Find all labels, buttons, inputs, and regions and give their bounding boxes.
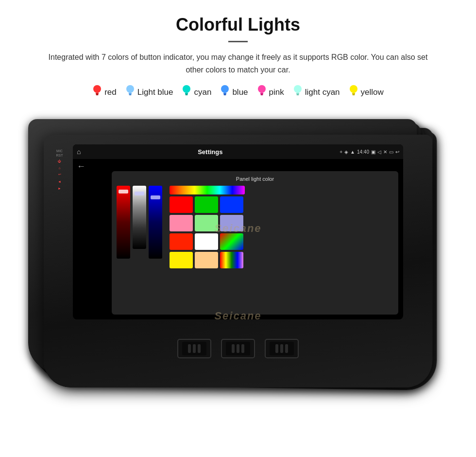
connector-slot-2 <box>221 339 255 358</box>
svg-rect-14 <box>260 94 263 95</box>
svg-point-3 <box>126 85 134 93</box>
red-gradient-bar[interactable] <box>117 186 130 259</box>
swatch-pink[interactable] <box>170 215 193 231</box>
back-btn[interactable]: ↩ <box>57 172 63 177</box>
side-buttons-panel: MIC RST ⏻ ⌂ ↩ ◄ ► <box>46 147 73 312</box>
white-gradient-bar[interactable] <box>133 186 146 249</box>
svg-point-15 <box>294 85 302 93</box>
swatch-purple[interactable] <box>220 215 243 231</box>
mic-label: MIC <box>48 149 71 153</box>
color-item-lightcyan: light cyan <box>293 85 340 100</box>
connector-pin-1a <box>188 344 191 353</box>
connector-slot-3 <box>265 339 299 358</box>
svg-point-12 <box>258 85 266 93</box>
swatch-green[interactable] <box>195 196 218 213</box>
color-item-blue: blue <box>220 85 248 100</box>
svg-rect-5 <box>129 94 131 95</box>
swatches-section <box>170 186 245 268</box>
vol-buttons: ◄ <box>48 178 71 184</box>
connector-inner-1 <box>182 342 206 355</box>
color-item-yellow: yellow <box>349 85 384 100</box>
power-buttons: ⏻ <box>48 158 71 164</box>
svg-point-18 <box>350 85 357 93</box>
signal-icon: ◈ <box>344 149 348 155</box>
color-picker-content <box>117 186 393 268</box>
svg-rect-7 <box>185 93 188 94</box>
color-label-lightcyan: light cyan <box>305 88 340 97</box>
connector-inner-2 <box>226 342 250 355</box>
bulb-icon-blue <box>220 85 230 100</box>
connector-pin-3b <box>280 344 283 353</box>
color-label-blue: blue <box>232 88 248 97</box>
connector-pin-1c <box>198 344 201 353</box>
android-status-bar: + ◈ ▲ 14:40 ▣ ◁ ✕ ▭ ↩ <box>340 149 399 155</box>
gradient-bars <box>117 186 162 259</box>
svg-point-6 <box>183 85 190 93</box>
connector-pin-2a <box>232 344 235 353</box>
seek-btn[interactable]: ► <box>57 185 63 191</box>
color-indicators-row: red Light blue cyan <box>92 85 384 100</box>
screen-area: ⌂ Settings + ◈ ▲ 14:40 ▣ ◁ ✕ ▭ ↩ <box>73 144 403 319</box>
android-title-text: Settings <box>198 148 222 156</box>
rst-label: RST <box>48 154 71 157</box>
radio-bottom-connectors <box>177 339 299 358</box>
svg-rect-11 <box>224 94 226 95</box>
radio-stack: MIC RST ⏻ ⌂ ↩ ◄ ► <box>29 115 447 397</box>
home-btn[interactable]: ⌂ <box>57 165 63 171</box>
color-label-yellow: yellow <box>361 88 384 97</box>
blue-gradient-bar[interactable] <box>149 186 162 259</box>
rainbow-gradient-bar[interactable] <box>170 186 245 194</box>
color-label-cyan: cyan <box>194 88 211 97</box>
svg-rect-13 <box>260 93 263 94</box>
swatch-orange[interactable] <box>195 252 218 268</box>
swatch-multi[interactable] <box>220 233 243 250</box>
svg-rect-4 <box>129 93 132 94</box>
bulb-icon-lightblue <box>125 85 135 100</box>
settings-back-arrow[interactable]: ← <box>77 161 85 172</box>
bulb-icon-pink <box>257 85 267 100</box>
wifi-icon: ▲ <box>350 149 355 155</box>
android-home-icon[interactable]: ⌂ <box>77 148 81 156</box>
connector-pin-1b <box>193 344 196 353</box>
swatch-rainbow2[interactable] <box>220 252 243 268</box>
page-container: Colorful Lights Integrated with 7 colors… <box>0 0 476 457</box>
swatch-dark-red[interactable] <box>170 233 193 250</box>
svg-rect-1 <box>96 93 99 94</box>
color-item-red: red <box>92 85 117 100</box>
svg-rect-20 <box>352 94 355 95</box>
color-label-pink: pink <box>269 88 284 97</box>
close-icon: ✕ <box>383 149 387 155</box>
panel-light-label: Panel light color <box>117 176 393 182</box>
svg-point-0 <box>93 85 101 93</box>
page-title: Colorful Lights <box>176 15 300 35</box>
svg-rect-8 <box>186 94 188 95</box>
svg-rect-10 <box>223 93 226 94</box>
bulb-icon-yellow <box>349 85 358 100</box>
power-btn-red[interactable]: ⏻ <box>57 158 63 164</box>
connector-slot-1 <box>177 339 211 358</box>
color-label-red: red <box>104 88 117 97</box>
svg-rect-2 <box>96 94 99 95</box>
swatch-white[interactable] <box>195 233 218 250</box>
connector-pin-3a <box>275 344 278 353</box>
color-item-lightblue: Light blue <box>125 85 173 100</box>
connector-pin-2b <box>237 344 239 353</box>
time-display: 14:40 <box>357 149 369 155</box>
bulb-icon-lightcyan <box>293 85 303 100</box>
vol-icon: ◁ <box>377 149 381 155</box>
android-topbar: ⌂ Settings + ◈ ▲ 14:40 ▣ ◁ ✕ ▭ ↩ <box>73 144 403 159</box>
bulb-icon-red <box>92 85 102 100</box>
subtitle-text: Integrated with 7 colors of button indic… <box>39 51 437 76</box>
title-divider <box>228 41 248 42</box>
swatch-blue[interactable] <box>220 196 243 213</box>
swatch-light-green[interactable] <box>195 215 218 231</box>
color-item-cyan: cyan <box>182 85 211 100</box>
swatch-red[interactable] <box>170 196 193 213</box>
connector-inner-3 <box>270 342 294 355</box>
window-icon: ▭ <box>389 149 393 155</box>
svg-point-9 <box>221 85 229 93</box>
swatch-yellow[interactable] <box>170 252 193 268</box>
vol-btn[interactable]: ◄ <box>57 178 63 184</box>
back-buttons: ↩ <box>48 172 71 177</box>
seek-buttons: ► <box>48 185 71 191</box>
